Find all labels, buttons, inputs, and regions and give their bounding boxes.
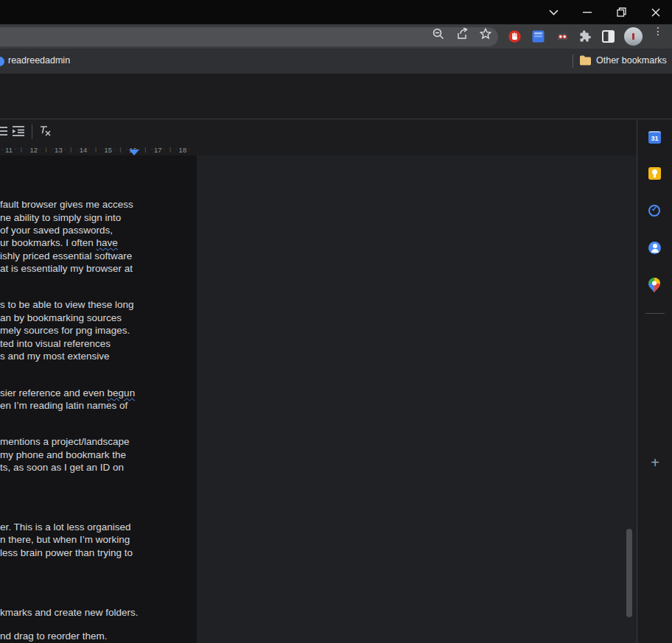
list-icon-partial[interactable] — [0, 124, 9, 141]
maps-icon[interactable] — [648, 278, 662, 291]
doc-text-line: fault browser gives me access — [0, 199, 133, 210]
ruler-tick: · — [101, 146, 103, 152]
calendar-icon[interactable]: 31 — [648, 131, 662, 144]
ruler-tick: · — [88, 146, 91, 152]
doc-text-line: ne ability to simply sign into — [0, 212, 121, 223]
ruler-tick: · — [188, 146, 190, 152]
keep-icon[interactable] — [648, 167, 662, 180]
ruler-number: 14 — [80, 146, 88, 154]
ruler-tick: · — [39, 146, 41, 152]
ruler-tick: | — [95, 146, 97, 152]
doc-text-line: nd drag to reorder them. — [0, 630, 108, 642]
get-addons-icon[interactable]: + — [647, 454, 663, 471]
ruler-tick: · — [14, 146, 16, 152]
bookmark-item[interactable]: readreedadmin — [8, 55, 70, 66]
doc-text-line: mentions a project/landscape — [0, 436, 130, 447]
doc-text-line: ur bookmarks. I often have — [0, 237, 118, 248]
scrollbar-thumb[interactable] — [626, 529, 632, 617]
ruler-tick: · — [163, 146, 165, 152]
close-button[interactable] — [641, 0, 671, 24]
spelling-suggestion[interactable]: begun — [108, 387, 136, 398]
apps-sidebar: 31 + — [637, 119, 672, 643]
other-bookmarks-button[interactable]: Other bookmarks — [596, 55, 667, 66]
share-page-icon[interactable] — [456, 27, 469, 41]
adblock-hand-icon[interactable] — [508, 30, 521, 43]
ruler-tick: · — [175, 146, 178, 152]
ruler-tick: · — [150, 146, 153, 152]
screen: ⋮ readreedadmin Other bookmarks — [0, 0, 672, 643]
ruler-number: 11 — [5, 146, 13, 154]
dark-reader-icon[interactable] — [602, 30, 615, 43]
doc-text-line: kmarks and create new folders. — [0, 607, 139, 618]
spelling-suggestion[interactable]: have — [97, 237, 118, 248]
doc-text-line: ishly priced essential software — [0, 250, 132, 261]
avatar-figure — [632, 33, 634, 40]
browser-menu-icon[interactable]: ⋮ — [653, 29, 662, 45]
ruler-tick: | — [21, 146, 22, 152]
ruler-tick: · — [63, 146, 66, 152]
document-canvas[interactable]: fault browser gives me accessne ability … — [0, 155, 637, 643]
doc-text-line: my phone and bookmark the — [0, 449, 126, 460]
bookmark-favicon — [0, 57, 4, 66]
ruler-tick: · — [113, 146, 116, 152]
doc-text-line: less brain power than trying to — [0, 547, 133, 558]
doc-text-line: ts, as soon as I get an ID on — [0, 462, 124, 473]
tab-search-chevron-icon[interactable] — [539, 0, 568, 24]
ruler[interactable]: 11··12|··13|··14|··15|··16|··17|··18|·· — [0, 144, 637, 155]
minimize-button[interactable] — [573, 0, 602, 24]
sidebar-divider — [645, 313, 665, 314]
doc-text-line: er. This is a lot less organised — [0, 521, 131, 533]
tasks-icon[interactable] — [648, 205, 662, 218]
doc-text-line: sier reference and even begun — [0, 387, 135, 398]
docs-header: Share — [0, 74, 672, 119]
doc-text-line: at is essentially my browser at — [0, 263, 133, 274]
calendar-day-number: 31 — [648, 131, 661, 144]
browser-toolbar: ⋮ — [0, 24, 672, 49]
tab-strip — [0, 0, 672, 24]
ruler-tick: | — [46, 146, 47, 152]
ruler-tick: · — [27, 146, 29, 152]
zoom-icon[interactable] — [432, 27, 445, 41]
contacts-icon[interactable] — [648, 242, 662, 255]
doc-text-line: s and my most extensive — [0, 351, 110, 362]
ruler-tick: | — [169, 146, 171, 152]
doc-text-line: mely sources for png images. — [0, 325, 130, 336]
bookmarks-separator — [573, 55, 573, 68]
indent-marker[interactable] — [129, 150, 139, 155]
bookmark-star-icon[interactable] — [479, 27, 492, 41]
blue-list-extension-icon[interactable] — [532, 30, 545, 43]
doc-text-line: en I’m reading latin names of — [0, 400, 127, 411]
doc-text-line: an by bookmarking sources — [0, 312, 122, 323]
ruler-number: 12 — [29, 146, 38, 154]
ruler-tick: · — [1, 146, 4, 152]
ruler-tick: | — [120, 146, 122, 152]
ruler-number: 15 — [105, 146, 113, 154]
toolbar-separator — [32, 124, 32, 139]
other-bookmarks-folder-icon[interactable] — [580, 55, 591, 66]
ruler-number: 17 — [154, 146, 162, 154]
doc-text-line: of your saved passwords, — [0, 225, 113, 236]
clear-formatting-icon[interactable] — [38, 124, 52, 141]
indent-increase-icon[interactable] — [12, 124, 25, 141]
ruler-number: 18 — [179, 146, 187, 154]
docs-toolbar: Editing — [0, 119, 637, 144]
restore-button[interactable] — [606, 0, 636, 24]
bookmarks-bar: readreedadmin Other bookmarks — [0, 49, 672, 74]
ruler-tick: · — [126, 146, 128, 152]
browser-profile-avatar[interactable] — [624, 27, 643, 46]
doc-text-line: s to be able to view these long — [0, 299, 134, 310]
ruler-number: 13 — [55, 146, 63, 154]
ruler-tick: · — [52, 146, 54, 152]
doc-text-line: ted into visual references — [0, 338, 111, 349]
ruler-tick: · — [76, 146, 78, 152]
goggles-extension-icon[interactable] — [556, 30, 569, 43]
ruler-tick: | — [70, 146, 71, 152]
ruler-tick: | — [144, 146, 146, 152]
address-bar[interactable] — [0, 27, 498, 46]
doc-text-line: n there, but when I’m working — [0, 534, 130, 545]
puzzle-extensions-icon[interactable] — [579, 30, 592, 43]
